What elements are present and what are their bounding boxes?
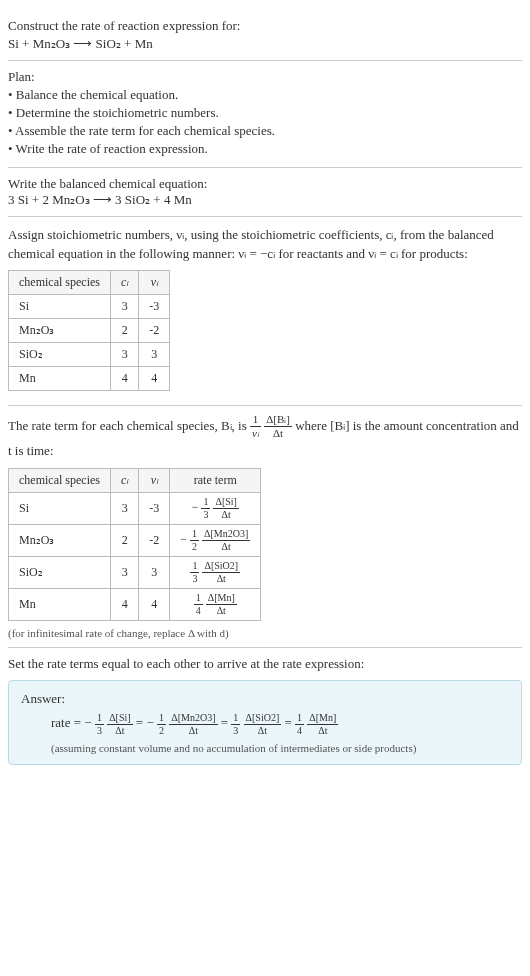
rate-term-cell: − 12 Δ[Mn2O3]Δt	[170, 525, 261, 557]
table-row: Si 3 -3 − 13 Δ[Si]Δt	[9, 493, 261, 525]
col-species: chemical species	[9, 270, 111, 294]
setequal-title: Set the rate terms equal to each other t…	[8, 656, 522, 672]
plan-title: Plan:	[8, 69, 522, 85]
infinitesimal-note: (for infinitesimal rate of change, repla…	[8, 627, 522, 639]
setequal-section: Set the rate terms equal to each other t…	[8, 648, 522, 773]
assign-text: Assign stoichiometric numbers, νᵢ, using…	[8, 225, 522, 264]
rateterm-table: chemical species cᵢ νᵢ rate term Si 3 -3…	[8, 468, 261, 621]
col-nui: νᵢ	[139, 270, 170, 294]
frac-dBi-dt: Δ[Bᵢ] Δt	[264, 414, 292, 439]
stoich-table: chemical species cᵢ νᵢ Si 3 -3 Mn₂O₃ 2 -…	[8, 270, 170, 391]
table-header-row: chemical species cᵢ νᵢ	[9, 270, 170, 294]
assign-section: Assign stoichiometric numbers, νᵢ, using…	[8, 217, 522, 406]
rateterm-section: The rate term for each chemical species,…	[8, 406, 522, 649]
rate-expression: rate = − 13 Δ[Si]Δt = − 12 Δ[Mn2O3]Δt = …	[51, 713, 509, 736]
plan-item: • Assemble the rate term for each chemic…	[8, 123, 522, 139]
prompt-section: Construct the rate of reaction expressio…	[8, 8, 522, 61]
frac-one-over-nu: 1 νᵢ	[250, 414, 261, 439]
table-row: Mn 4 4	[9, 366, 170, 390]
plan-section: Plan: • Balance the chemical equation. •…	[8, 61, 522, 168]
rateterm-text: The rate term for each chemical species,…	[8, 414, 522, 463]
table-row: Mn 4 4 14 Δ[Mn]Δt	[9, 589, 261, 621]
balanced-equation: 3 Si + 2 Mn₂O₃ ⟶ 3 SiO₂ + 4 Mn	[8, 192, 522, 208]
balanced-section: Write the balanced chemical equation: 3 …	[8, 168, 522, 217]
prompt-text: Construct the rate of reaction expressio…	[8, 16, 522, 36]
table-row: Mn₂O₃ 2 -2	[9, 318, 170, 342]
plan-item: • Determine the stoichiometric numbers.	[8, 105, 522, 121]
rate-term-cell: − 13 Δ[Si]Δt	[170, 493, 261, 525]
rate-term-cell: 14 Δ[Mn]Δt	[170, 589, 261, 621]
rate-term-cell: 13 Δ[SiO2]Δt	[170, 557, 261, 589]
table-header-row: chemical species cᵢ νᵢ rate term	[9, 469, 261, 493]
col-ci: cᵢ	[110, 270, 138, 294]
unbalanced-equation: Si + Mn₂O₃ ⟶ SiO₂ + Mn	[8, 36, 522, 52]
answer-label: Answer:	[21, 691, 509, 707]
assumption-note: (assuming constant volume and no accumul…	[51, 742, 509, 754]
balanced-title: Write the balanced chemical equation:	[8, 176, 522, 192]
table-row: SiO₂ 3 3 13 Δ[SiO2]Δt	[9, 557, 261, 589]
table-row: Si 3 -3	[9, 294, 170, 318]
table-row: SiO₂ 3 3	[9, 342, 170, 366]
plan-item: • Balance the chemical equation.	[8, 87, 522, 103]
answer-box: Answer: rate = − 13 Δ[Si]Δt = − 12 Δ[Mn2…	[8, 680, 522, 765]
table-row: Mn₂O₃ 2 -2 − 12 Δ[Mn2O3]Δt	[9, 525, 261, 557]
plan-item: • Write the rate of reaction expression.	[8, 141, 522, 157]
